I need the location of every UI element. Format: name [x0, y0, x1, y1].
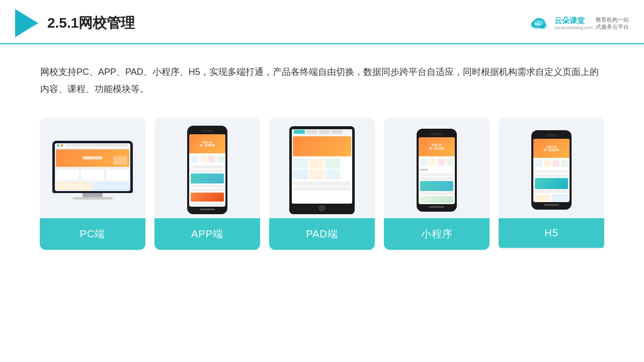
card-pc: PC端 — [40, 118, 145, 250]
phone-icon — [217, 155, 224, 162]
card-h5-image: 职通人的第一堂训练营 — [499, 118, 604, 218]
phone-list-item — [535, 170, 568, 173]
tab-inactive — [319, 130, 330, 134]
phone-icon — [208, 155, 215, 162]
phone-list-item — [191, 185, 224, 188]
phone-home-bar — [544, 204, 559, 206]
phone-list-item — [191, 169, 224, 172]
phone-mockup-mini: 职通人的第一堂训练营 推荐课程 — [417, 129, 457, 212]
phone-icon — [535, 160, 542, 167]
phone-h5-card — [535, 194, 551, 202]
phone-h5-card — [552, 194, 568, 202]
card-miniprogram-image: 职通人的第一堂训练营 推荐课程 — [384, 118, 490, 218]
svg-text:云朵: 云朵 — [534, 22, 540, 26]
page-header: 2.5.1网校管理 云朵 云朵课堂 yunduoketang.com 教育机构一… — [0, 0, 644, 44]
grid-item — [293, 158, 308, 168]
grid-item — [325, 158, 340, 168]
phone-list-item — [420, 177, 453, 180]
pc-hero-img — [113, 156, 127, 165]
phone-hero-text: 职通人的第一堂训练营 — [200, 141, 215, 147]
phone-home-bar — [200, 209, 215, 210]
phone-list-item — [191, 165, 224, 168]
brand-url: yunduoketang.com — [554, 25, 593, 31]
grid-item — [309, 158, 324, 168]
tablet-row — [293, 187, 351, 191]
card-pad: PAD端 — [269, 118, 375, 250]
card-miniprogram-label: 小程序 — [384, 218, 490, 250]
phone-icon — [200, 155, 207, 162]
tablet-home-button — [319, 205, 325, 211]
grid-item — [309, 169, 324, 179]
header-left: 2.5.1网校管理 — [15, 9, 135, 37]
phone-icons — [533, 158, 570, 169]
card-app-label: APP端 — [154, 218, 260, 250]
phone-icon — [191, 155, 198, 162]
phone-promo — [191, 193, 224, 202]
phone-list-item — [191, 189, 224, 192]
phone-icon — [429, 158, 436, 165]
phone-notch — [431, 133, 443, 135]
phone-mockup-app: 职通人的第一堂训练营 — [187, 126, 227, 214]
phone-screen: 职通人的第一堂训练营 — [189, 134, 225, 207]
phone-icon — [438, 158, 445, 165]
platform-cards: PC端 职通人的第一堂训练营 — [0, 103, 644, 265]
pc-content-block — [106, 169, 129, 180]
cloud-icon: 云朵 — [527, 14, 551, 32]
logo-triangle-icon — [15, 9, 38, 37]
pc-block — [56, 183, 92, 190]
phone-icons — [419, 156, 455, 167]
pc-content-block — [80, 169, 104, 180]
tab-inactive — [306, 130, 317, 134]
phone-screen: 职通人的第一堂训练营 — [533, 139, 570, 202]
nav-dot — [57, 144, 59, 147]
pc-content-block — [56, 169, 79, 180]
phone-list-item — [420, 192, 453, 195]
tablet-row — [293, 182, 351, 186]
card-miniprogram: 职通人的第一堂训练营 推荐课程 — [384, 118, 490, 250]
description-text: 网校支持PC、APP、PAD、小程序、H5，实现多端打通，产品各终端自由切换，数… — [0, 44, 644, 103]
phone-hero: 职通人的第一堂训练营 — [419, 137, 455, 156]
page-title: 2.5.1网校管理 — [47, 14, 135, 33]
brand-slogan: 教育机构一站式服务云平台 — [596, 16, 629, 31]
phone-mockup-h5: 职通人的第一堂训练营 — [531, 130, 572, 210]
card-pc-image — [40, 118, 145, 218]
card-pad-label: PAD端 — [269, 218, 375, 250]
mini-section: 推荐课程 — [419, 167, 455, 172]
pc-hero-text — [83, 156, 103, 159]
card-pc-label: PC端 — [40, 218, 145, 250]
nav-dot — [60, 144, 63, 147]
brand-name: 云朵课堂 — [554, 16, 585, 25]
card-h5: 职通人的第一堂训练营 — [499, 118, 604, 250]
phone-icon — [421, 158, 428, 165]
card-pad-image — [269, 118, 375, 218]
nav-bar — [65, 144, 128, 146]
tablet-screen — [292, 129, 352, 204]
grid-item — [293, 169, 308, 179]
phone-home-bar — [429, 206, 444, 208]
pc-bottom-row — [55, 182, 130, 191]
tablet-hero — [293, 136, 351, 156]
phone-icon — [561, 160, 568, 167]
brand-logo: 云朵 云朵课堂 yunduoketang.com 教育机构一站式服务云平台 — [527, 14, 629, 32]
phone-notch — [545, 134, 557, 137]
pc-stand — [83, 193, 103, 197]
phone-card — [420, 196, 453, 203]
phone-hero-text: 职通人的第一堂训练营 — [429, 143, 444, 150]
phone-list-item — [535, 174, 568, 177]
tablet-nav — [292, 129, 352, 135]
phone-hero: 职通人的第一堂训练营 — [189, 134, 225, 153]
card-app-image: 职通人的第一堂训练营 — [154, 118, 260, 218]
phone-h5-row — [533, 194, 570, 202]
phone-banner — [420, 181, 453, 191]
brand-text: 云朵课堂 yunduoketang.com — [554, 16, 593, 31]
pc-base — [72, 197, 113, 200]
pc-nav-bar — [55, 143, 130, 148]
phone-list-item — [535, 190, 568, 193]
phone-h5-banner — [535, 178, 568, 189]
phone-hero: 职通人的第一堂训练营 — [533, 139, 570, 158]
pc-content-row — [55, 168, 130, 182]
tablet-mockup — [289, 126, 355, 214]
phone-hero-text: 职通人的第一堂训练营 — [544, 145, 559, 152]
phone-list-item — [420, 173, 453, 176]
phone-icon — [552, 160, 559, 167]
